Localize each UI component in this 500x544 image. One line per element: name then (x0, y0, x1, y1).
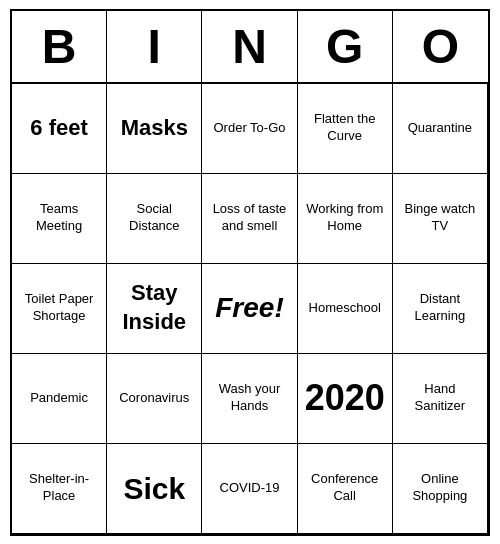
bingo-cell: Hand Sanitizer (393, 354, 488, 444)
bingo-cell: Free! (202, 264, 297, 354)
bingo-cell: Teams Meeting (12, 174, 107, 264)
bingo-cell: Coronavirus (107, 354, 202, 444)
bingo-cell: Stay Inside (107, 264, 202, 354)
bingo-cell: Masks (107, 84, 202, 174)
bingo-cell: Toilet Paper Shortage (12, 264, 107, 354)
bingo-cell: Loss of taste and smell (202, 174, 297, 264)
bingo-card: BINGO 6 feetMasksOrder To-GoFlatten the … (10, 9, 490, 536)
header-letter: N (202, 11, 297, 82)
bingo-cell: 2020 (298, 354, 393, 444)
bingo-cell: Binge watch TV (393, 174, 488, 264)
bingo-cell: Online Shopping (393, 444, 488, 534)
header-letter: I (107, 11, 202, 82)
bingo-cell: Quarantine (393, 84, 488, 174)
header-letter: O (393, 11, 488, 82)
bingo-cell: Working from Home (298, 174, 393, 264)
bingo-cell: COVID-19 (202, 444, 297, 534)
bingo-cell: Social Distance (107, 174, 202, 264)
bingo-cell: Distant Learning (393, 264, 488, 354)
bingo-cell: Shelter-in-Place (12, 444, 107, 534)
bingo-cell: Sick (107, 444, 202, 534)
bingo-cell: Order To-Go (202, 84, 297, 174)
bingo-cell: Flatten the Curve (298, 84, 393, 174)
header-letter: G (298, 11, 393, 82)
bingo-grid: 6 feetMasksOrder To-GoFlatten the CurveQ… (12, 84, 488, 534)
bingo-cell: Pandemic (12, 354, 107, 444)
bingo-cell: 6 feet (12, 84, 107, 174)
bingo-cell: Homeschool (298, 264, 393, 354)
bingo-cell: Wash your Hands (202, 354, 297, 444)
header-letter: B (12, 11, 107, 82)
bingo-header: BINGO (12, 11, 488, 84)
bingo-cell: Conference Call (298, 444, 393, 534)
